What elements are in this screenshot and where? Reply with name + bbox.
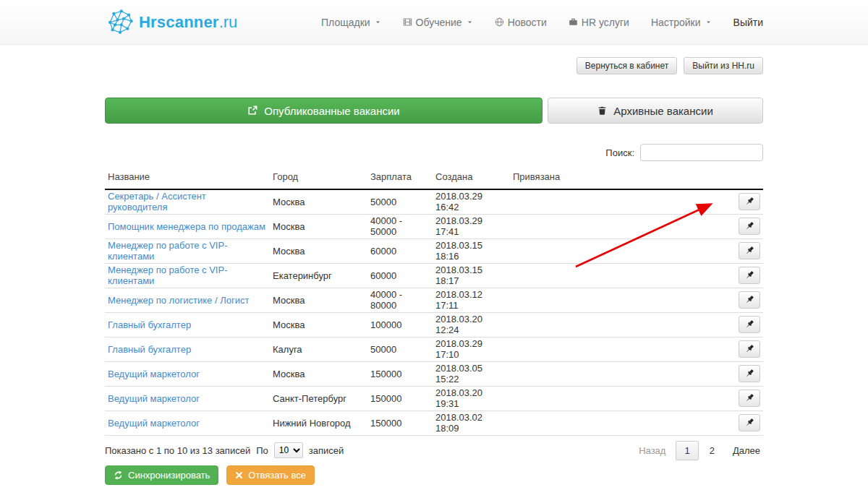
pagination-page-1[interactable]: 1 [676, 441, 698, 460]
pin-icon [744, 344, 754, 354]
pin-icon [744, 369, 754, 379]
synchronize-button[interactable]: Синхронизировать [105, 465, 218, 485]
caret-icon [375, 19, 381, 25]
vacancy-name-link[interactable]: Секретарь / Ассистент руководителя [108, 191, 206, 212]
tab-published-vacancies[interactable]: Опубликованные вакансии [105, 98, 542, 124]
vacancy-attached [510, 288, 718, 312]
vacancy-created: 2018.03.20 19:31 [433, 386, 510, 411]
navbar: Hrscanner.ru ПлощадкиОбучениеНовостиHR у… [0, 0, 868, 45]
nav-item-label: Обучение [416, 17, 462, 28]
briefcase-icon [569, 17, 578, 27]
pin-vacancy-button[interactable] [739, 365, 760, 382]
account-bar: Вернуться в кабинет Выйти из HH.ru [105, 57, 763, 74]
pagination-prev[interactable]: Назад [631, 441, 673, 460]
vacancy-created: 2018.03.02 18:09 [433, 411, 510, 435]
vacancy-attached [510, 312, 718, 337]
vacancy-attached [510, 263, 718, 288]
vacancy-created: 2018.03.15 18:16 [433, 238, 510, 263]
pin-vacancy-button[interactable] [739, 218, 760, 235]
vacancy-created: 2018.03.15 18:17 [433, 263, 510, 288]
vacancy-name-link[interactable]: Менеджер по работе с VIP-клиентами [108, 240, 227, 262]
search-label: Поиск: [605, 147, 634, 158]
vacancy-attached [510, 386, 718, 411]
nav-item-label: Настройки [651, 17, 701, 28]
vacancy-salary: 100000 [367, 312, 433, 337]
column-header: Город [270, 167, 367, 189]
vacancy-salary: 40000 - 80000 [367, 288, 433, 312]
vacancy-city: Москва [270, 288, 367, 312]
table-row: Менеджер по логистике / ЛогистМосква4000… [105, 288, 763, 312]
vacancy-name-link[interactable]: Главный бухгалтер [108, 319, 191, 330]
table-row: Ведущий маркетологСанкт-Петербург1500002… [105, 386, 763, 411]
vacancy-salary: 150000 [367, 361, 433, 386]
nav-item-5[interactable]: Выйти [733, 17, 763, 28]
table-row: Главный бухгалтерКалуга500002018.03.29 1… [105, 337, 763, 361]
return-to-cabinet-button[interactable]: Вернуться в кабинет [576, 57, 677, 74]
pagination: Назад 12 Далее [631, 441, 763, 460]
vacancy-attached [510, 337, 718, 361]
vacancy-name-link[interactable]: Главный бухгалтер [108, 344, 191, 355]
table-row: Менеджер по работе с VIP-клиентамиМосква… [105, 238, 763, 263]
nav-item-1[interactable]: Обучение [403, 17, 473, 28]
nav-item-4[interactable]: Настройки [651, 17, 712, 28]
vacancy-created: 2018.03.20 12:24 [433, 312, 510, 337]
caret-icon [705, 19, 712, 25]
tab-archived-vacancies[interactable]: Архивные вакансии [548, 98, 763, 124]
vacancy-created: 2018.03.29 17:10 [433, 337, 510, 361]
vacancy-name-link[interactable]: Помощник менеджера по продажам [108, 221, 265, 232]
column-header: Зарплата [367, 167, 433, 189]
vacancy-name-link[interactable]: Менеджер по логистике / Логист [108, 295, 249, 306]
tab-published-label: Опубликованные вакансии [264, 105, 400, 117]
pin-vacancy-button[interactable] [739, 291, 760, 309]
pin-vacancy-button[interactable] [739, 193, 760, 210]
export-icon [247, 106, 258, 116]
globe-icon [495, 17, 504, 27]
pin-vacancy-button[interactable] [739, 316, 760, 333]
pagination-next[interactable]: Далее [726, 441, 763, 460]
nav-item-0[interactable]: Площадки [321, 17, 381, 28]
pin-icon [744, 393, 754, 403]
synchronize-label: Синхронизировать [128, 470, 210, 481]
pin-vacancy-button[interactable] [739, 390, 760, 407]
pin-icon [744, 270, 754, 280]
unbind-all-button[interactable]: Отвязать все [226, 465, 315, 485]
vacancy-salary: 60000 [367, 263, 433, 288]
nav-item-3[interactable]: HR услуги [569, 17, 629, 28]
logout-hh-button[interactable]: Выйти из HH.ru [684, 57, 763, 74]
per-page-select[interactable]: 10 [274, 442, 303, 458]
pin-vacancy-button[interactable] [739, 267, 760, 284]
search-input[interactable] [640, 144, 763, 161]
vacancy-name-link[interactable]: Ведущий маркетолог [108, 369, 200, 379]
vacancy-salary: 40000 - 50000 [367, 214, 433, 238]
nav-item-2[interactable]: Новости [495, 17, 547, 28]
vacancy-city: Нижний Новгород [270, 411, 367, 435]
pin-icon [744, 197, 754, 207]
brand-logo[interactable]: Hrscanner.ru [105, 9, 237, 36]
per-page-prefix: По [256, 445, 268, 456]
vacancy-name-link[interactable]: Менеджер по работе с VIP-клиентами [108, 265, 227, 286]
table-row: Секретарь / Ассистент руководителяМосква… [105, 189, 763, 214]
table-row: Ведущий маркетологМосква1500002018.03.05… [105, 361, 763, 386]
vacancy-city: Москва [270, 238, 367, 263]
vacancy-tabs: Опубликованные вакансии Архивные ваканси… [105, 98, 763, 124]
pagination-pages: 12 [676, 441, 722, 460]
vacancy-attached [510, 411, 718, 435]
vacancy-city: Санкт-Петербург [270, 386, 367, 411]
pin-vacancy-button[interactable] [739, 340, 760, 358]
trash-icon [597, 106, 607, 116]
vacancy-created: 2018.03.29 16:42 [433, 189, 510, 214]
column-header: Создана [433, 167, 510, 189]
brand-name: Hrscanner [139, 13, 219, 31]
vacancy-name-link[interactable]: Ведущий маркетолог [108, 418, 200, 429]
pagination-page-2[interactable]: 2 [702, 441, 723, 460]
tab-archived-label: Архивные вакансии [613, 105, 713, 117]
actions-row: Синхронизировать Отвязать все [105, 465, 763, 485]
table-row: Ведущий маркетологНижний Новгород1500002… [105, 411, 763, 435]
pin-vacancy-button[interactable] [739, 414, 760, 431]
vacancy-attached [510, 361, 718, 386]
pin-vacancy-button[interactable] [739, 242, 760, 259]
vacancy-name-link[interactable]: Ведущий маркетолог [108, 393, 200, 404]
vacancy-salary: 50000 [367, 189, 433, 214]
vacancy-salary: 50000 [367, 337, 433, 361]
vacancies-tbody: Секретарь / Ассистент руководителяМосква… [105, 189, 763, 435]
